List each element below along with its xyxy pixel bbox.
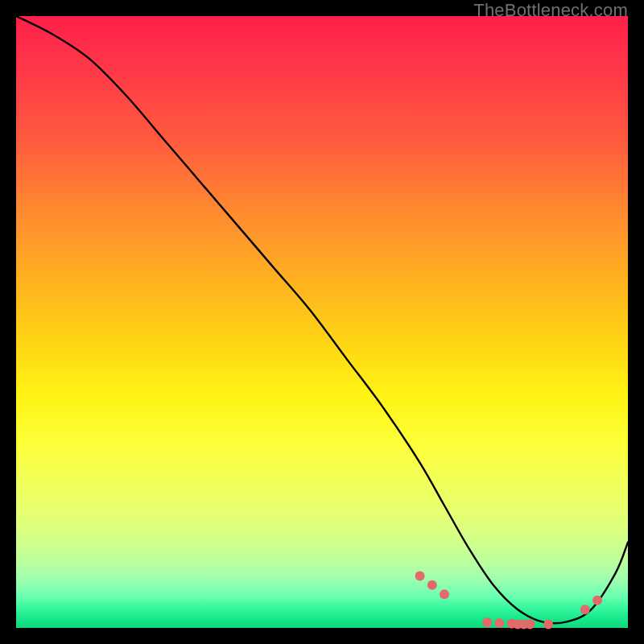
bottleneck-curve <box>16 16 628 623</box>
curve-marker <box>482 617 492 627</box>
curve-marker <box>580 605 590 614</box>
chart-frame <box>16 16 628 628</box>
curve-marker <box>415 571 425 580</box>
curve-marker <box>543 619 553 629</box>
curve-marker <box>440 589 449 599</box>
curve-marker <box>592 596 602 605</box>
curve-marker <box>494 618 504 628</box>
chart-svg <box>16 16 628 628</box>
curve-marker <box>525 619 535 629</box>
curve-marker <box>427 580 437 590</box>
